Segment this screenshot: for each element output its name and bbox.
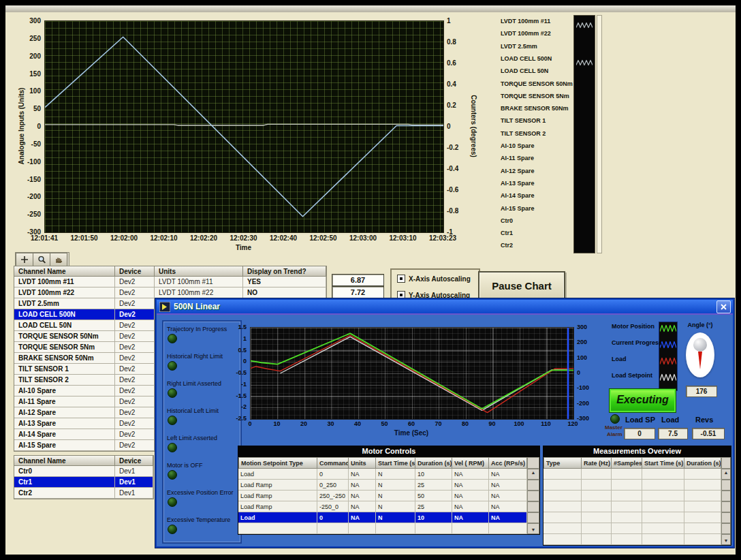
- table-row[interactable]: LVDT 100mm #11Dev2LVDT 100mm #11YES: [14, 277, 326, 287]
- legend-item[interactable]: AI-12 Spare: [501, 168, 535, 174]
- table-row[interactable]: [543, 512, 731, 523]
- legend-item[interactable]: Load Setpoint: [612, 372, 652, 379]
- dialog-title-bar[interactable]: 500N Linear: [157, 300, 733, 315]
- table-row[interactable]: Load Ramp250_-250NAN50NANA: [238, 491, 539, 501]
- motion-chart[interactable]: [250, 327, 574, 420]
- scrollbar-track[interactable]: ▲: [721, 469, 731, 480]
- scrollbar-track[interactable]: ▼: [721, 534, 731, 545]
- column-header[interactable]: Device: [115, 456, 153, 465]
- column-header[interactable]: Acc (RPs/s): [489, 457, 527, 469]
- column-header[interactable]: Vel ( RPM): [452, 457, 489, 469]
- column-header[interactable]: Units: [155, 266, 243, 276]
- close-button[interactable]: [716, 300, 731, 313]
- table-cell: NA: [489, 501, 527, 512]
- pan-tool-button[interactable]: [50, 253, 67, 266]
- readout-box-2[interactable]: 7.72: [332, 286, 384, 298]
- column-header[interactable]: Device: [115, 266, 155, 276]
- table-cell: N: [376, 469, 415, 480]
- legend-item[interactable]: TORQUE SENSOR 50Nm: [501, 80, 573, 87]
- column-header[interactable]: Motion Setpoint Type: [238, 457, 317, 469]
- table-row[interactable]: Ctr2Dev1: [14, 488, 153, 499]
- table-cell: LVDT 100mm #11: [155, 277, 243, 287]
- legend-item[interactable]: LVDT 100mm #22: [501, 30, 551, 37]
- legend-item[interactable]: LVDT 2.5mm: [501, 43, 537, 50]
- legend-item[interactable]: Ctr0: [501, 217, 513, 224]
- column-header[interactable]: Channel Name: [14, 456, 115, 465]
- legend-item[interactable]: AI-10 Spare: [501, 142, 535, 149]
- angle-value-box[interactable]: 176: [686, 386, 717, 397]
- legend-item[interactable]: AI-15 Spare: [501, 205, 535, 212]
- column-header[interactable]: Start Time (s): [376, 457, 415, 469]
- legend-item[interactable]: LOAD CELL 500N: [501, 55, 552, 62]
- column-header[interactable]: Type: [543, 457, 582, 469]
- scroll-down-icon[interactable]: ▼: [722, 538, 730, 544]
- column-header[interactable]: Command: [317, 457, 349, 469]
- x-axis-autoscale-option[interactable]: X-Axis Autoscaling: [397, 275, 471, 283]
- table-row[interactable]: Load0NAN10NANA▲: [238, 469, 539, 480]
- cursor-tool-button[interactable]: [16, 253, 33, 266]
- legend-item[interactable]: AI-13 Spare: [501, 180, 535, 187]
- zoom-tool-button[interactable]: [33, 253, 50, 266]
- legend-item[interactable]: Current Progress: [612, 339, 662, 346]
- legend-item[interactable]: Motor Position: [612, 323, 655, 330]
- scroll-down-icon[interactable]: ▼: [528, 527, 539, 533]
- legend-item[interactable]: Ctr2: [501, 242, 513, 249]
- legend-item[interactable]: AI-14 Spare: [501, 192, 535, 199]
- table-row[interactable]: ▼: [543, 534, 731, 545]
- scrollbar-track[interactable]: [721, 491, 731, 501]
- scrollbar-track[interactable]: [527, 480, 539, 491]
- table-row[interactable]: [543, 491, 731, 501]
- scrollbar-track[interactable]: [527, 512, 539, 523]
- scrollbar-track[interactable]: [721, 501, 731, 512]
- scrollbar-track[interactable]: [721, 480, 731, 491]
- legend-item[interactable]: AI-11 Spare: [501, 155, 534, 161]
- table-row[interactable]: Ctr1Dev1: [14, 477, 153, 488]
- column-header[interactable]: Rate (Hz): [582, 457, 612, 469]
- scrollbar-track[interactable]: ▼: [527, 523, 539, 534]
- column-header[interactable]: Duration (s): [415, 457, 452, 469]
- table-row[interactable]: Ctr0Dev1: [14, 466, 153, 477]
- legend-item[interactable]: TORQUE SENSOR 5Nm: [501, 93, 569, 99]
- load-sp-value[interactable]: 0: [624, 428, 655, 439]
- legend-item[interactable]: Ctr1: [501, 230, 513, 236]
- legend-item[interactable]: Load: [612, 356, 627, 362]
- legend-item[interactable]: TILT SENSOR 2: [501, 130, 546, 137]
- table-row[interactable]: ▼: [238, 523, 539, 534]
- column-header[interactable]: #Samples: [612, 457, 642, 469]
- scrollbar-track[interactable]: [721, 523, 731, 534]
- table-cell: Dev2: [115, 331, 155, 341]
- table-row[interactable]: Load Ramp-250_0NAN25NANA: [238, 501, 539, 512]
- column-header[interactable]: Channel Name: [14, 266, 115, 276]
- legend-scroll-edge[interactable]: [597, 15, 602, 253]
- load-value[interactable]: 7.5: [658, 428, 688, 439]
- legend-item[interactable]: LVDT 100mm #11: [501, 18, 550, 25]
- scrollbar-track[interactable]: [721, 512, 731, 523]
- table-row[interactable]: LVDT 100mm #22Dev2LVDT 100mm #22NO: [14, 287, 326, 298]
- table-row[interactable]: [543, 501, 731, 512]
- column-header[interactable]: Start Time (s): [642, 457, 684, 469]
- scroll-up-icon[interactable]: ▲: [722, 470, 730, 476]
- scrollbar-track[interactable]: [527, 501, 539, 512]
- scrollbar-track[interactable]: ▲: [527, 469, 539, 480]
- readout-box-1[interactable]: 6.87: [332, 274, 384, 286]
- scrollbar-track[interactable]: [527, 491, 539, 501]
- column-header[interactable]: Duration (s): [684, 457, 721, 469]
- revs-value[interactable]: -0.51: [692, 428, 725, 439]
- scroll-up-icon[interactable]: ▲: [528, 470, 539, 476]
- executing-indicator[interactable]: Executing: [609, 388, 676, 413]
- table-row[interactable]: [543, 480, 731, 491]
- legend-item[interactable]: BRAKE SENSOR 50Nm: [501, 105, 569, 112]
- table-row[interactable]: Load0NAN10NANA: [238, 512, 539, 523]
- legend-item[interactable]: TILT SENSOR 1: [501, 117, 546, 124]
- main-trend-chart[interactable]: [44, 20, 444, 233]
- table-row[interactable]: Load Ramp0_250NAN25NANA: [238, 480, 539, 491]
- legend-item[interactable]: LOAD CELL 50N: [501, 67, 548, 74]
- table-cell: [582, 469, 612, 480]
- column-header[interactable]: Units: [349, 457, 376, 469]
- table-row[interactable]: ▲: [543, 469, 731, 480]
- column-header[interactable]: Display on Trend?: [243, 266, 326, 276]
- angle-gauge[interactable]: [686, 332, 714, 377]
- scrollbar-top[interactable]: [721, 457, 731, 469]
- scrollbar-top[interactable]: [527, 457, 539, 469]
- table-row[interactable]: [543, 523, 731, 534]
